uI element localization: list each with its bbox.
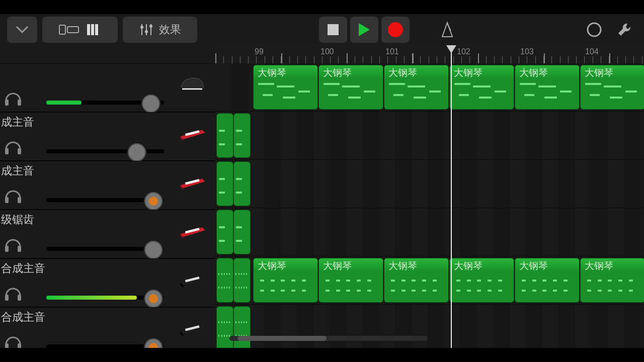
svg-marker-37 <box>180 325 205 334</box>
scrollbar-thumb[interactable] <box>237 336 327 341</box>
region-label: 大钢琴 <box>454 259 482 273</box>
midi-region[interactable] <box>233 306 251 348</box>
headphones-icon[interactable] <box>3 90 23 107</box>
instrument-icon[interactable] <box>177 267 208 291</box>
svg-point-10 <box>588 23 601 36</box>
view-switch[interactable] <box>42 17 118 43</box>
track-lane[interactable] <box>215 305 644 348</box>
region-label: 大钢琴 <box>323 259 352 273</box>
volume-knob[interactable] <box>144 338 163 348</box>
headphones-icon[interactable] <box>3 237 23 253</box>
svg-point-5 <box>140 26 143 29</box>
level-meter <box>46 101 82 105</box>
fx-button[interactable]: 效果 <box>123 17 197 43</box>
toolbar: 效果 <box>0 14 644 45</box>
headphones-icon[interactable] <box>3 139 23 155</box>
track-header[interactable]: 合成主音 <box>0 307 215 348</box>
volume-slider[interactable] <box>46 149 164 153</box>
level-meter <box>46 296 137 300</box>
bar-number: 99 <box>255 47 264 56</box>
midi-region[interactable]: 大钢琴 <box>253 65 318 110</box>
volume-slider[interactable] <box>46 247 164 251</box>
track-header[interactable]: 合成主音 <box>0 258 215 307</box>
metronome-button[interactable] <box>435 17 460 43</box>
midi-region[interactable]: 大钢琴 <box>449 258 514 303</box>
record-button[interactable] <box>381 17 410 43</box>
midi-region[interactable]: 大钢琴 <box>384 65 449 110</box>
track-lane[interactable]: 大钢琴大钢琴大钢琴大钢琴大钢琴大钢琴 <box>215 63 644 112</box>
midi-region[interactable] <box>216 306 233 348</box>
track-name: 成主音 <box>1 115 34 130</box>
loop-icon <box>586 21 603 38</box>
midi-region[interactable] <box>233 258 251 303</box>
midi-region[interactable]: 大钢琴 <box>318 65 383 110</box>
track-lane[interactable] <box>215 160 644 208</box>
stop-icon <box>328 24 339 35</box>
track-header[interactable]: 级锯齿 <box>0 210 215 258</box>
play-button[interactable] <box>350 17 378 43</box>
midi-region[interactable] <box>233 113 251 158</box>
play-icon <box>358 22 371 37</box>
midi-region[interactable]: 大钢琴 <box>318 258 383 303</box>
track-lane[interactable] <box>215 208 644 256</box>
midi-region[interactable]: 大钢琴 <box>580 65 644 110</box>
instrument-menu-button[interactable] <box>7 17 37 43</box>
svg-marker-32 <box>180 276 205 286</box>
svg-marker-27 <box>180 227 205 237</box>
bar-ruler[interactable]: 99100101102103104 <box>215 45 644 64</box>
horizontal-scrollbar[interactable] <box>229 336 428 341</box>
midi-region[interactable]: 大钢琴 <box>580 258 644 303</box>
svg-point-6 <box>145 30 148 33</box>
midi-region[interactable]: 大钢琴 <box>515 65 580 110</box>
bar-number: 102 <box>457 47 470 56</box>
volume-slider[interactable] <box>46 296 164 300</box>
svg-rect-14 <box>182 88 202 90</box>
midi-region[interactable] <box>216 113 233 158</box>
volume-slider[interactable] <box>46 198 164 202</box>
track-lane[interactable]: 大钢琴大钢琴大钢琴大钢琴大钢琴大钢琴 <box>215 256 644 305</box>
midi-region[interactable] <box>233 161 251 206</box>
track-name: 合成主音 <box>1 261 45 276</box>
midi-region[interactable]: 大钢琴 <box>253 258 318 303</box>
volume-knob[interactable] <box>142 95 160 113</box>
app-window: 效果 成主音成主音级锯齿合成主音合成主音 99100101 <box>0 14 644 348</box>
playhead[interactable] <box>451 45 452 348</box>
instrument-icon[interactable] <box>177 121 208 145</box>
volume-knob[interactable] <box>144 192 163 210</box>
svg-rect-21 <box>18 197 21 203</box>
midi-region[interactable] <box>216 258 233 303</box>
midi-region[interactable] <box>216 210 233 254</box>
midi-region[interactable]: 大钢琴 <box>449 65 514 110</box>
loop-button[interactable] <box>582 17 607 43</box>
volume-knob[interactable] <box>144 290 163 308</box>
headphones-icon[interactable] <box>3 188 23 204</box>
midi-region[interactable] <box>216 161 233 206</box>
track-header[interactable]: 成主音 <box>0 112 215 161</box>
track-header[interactable]: 成主音 <box>0 161 215 210</box>
midi-region[interactable] <box>233 210 251 254</box>
transport <box>319 17 410 43</box>
volume-slider[interactable] <box>46 344 164 348</box>
region-label: 大钢琴 <box>454 66 482 79</box>
midi-region[interactable]: 大钢琴 <box>384 258 449 303</box>
instrument-icon[interactable] <box>177 169 208 194</box>
track-header[interactable] <box>0 63 215 112</box>
timeline[interactable]: 99100101102103104 大钢琴大钢琴大钢琴大钢琴大钢琴大钢琴大钢琴大… <box>215 45 644 348</box>
headphones-icon[interactable] <box>3 334 23 348</box>
instrument-icon[interactable] <box>177 218 208 242</box>
instrument-icon[interactable] <box>177 316 208 340</box>
volume-knob[interactable] <box>128 143 146 161</box>
instrument-icon[interactable] <box>177 72 208 96</box>
stop-button[interactable] <box>319 17 347 43</box>
svg-rect-30 <box>5 295 9 301</box>
volume-knob[interactable] <box>144 241 163 259</box>
svg-marker-17 <box>180 130 205 139</box>
track-lane[interactable] <box>215 112 644 160</box>
settings-button[interactable] <box>612 17 637 43</box>
svg-rect-26 <box>18 246 21 252</box>
volume-slider[interactable] <box>46 101 164 105</box>
bar-number: 101 <box>385 47 399 56</box>
workspace: 成主音成主音级锯齿合成主音合成主音 99100101102103104 大钢琴大… <box>0 45 644 348</box>
midi-region[interactable]: 大钢琴 <box>515 258 580 303</box>
headphones-icon[interactable] <box>3 286 23 302</box>
